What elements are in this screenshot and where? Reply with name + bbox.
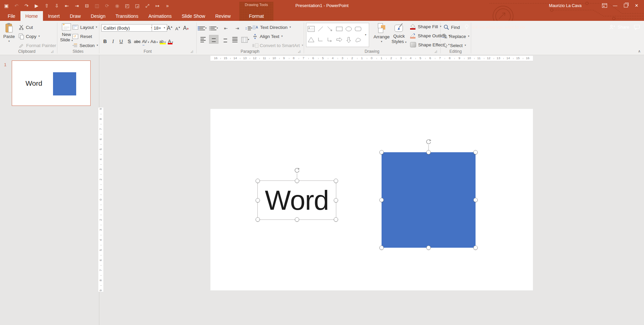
text-shadow-button[interactable]: S bbox=[126, 36, 133, 44]
shape-arrow[interactable] bbox=[326, 25, 334, 33]
select-button[interactable]: Select ▾ bbox=[444, 42, 466, 49]
more-commands-icon[interactable]: » bbox=[164, 3, 170, 8]
shape-rectangle[interactable] bbox=[335, 25, 344, 33]
tab-draw[interactable]: Draw bbox=[65, 11, 86, 21]
text-direction-button[interactable]: A Text Direction ▾ bbox=[252, 24, 291, 31]
resize-handle-ne[interactable] bbox=[474, 150, 478, 155]
touch-mouse-mode-icon[interactable]: ◉ bbox=[114, 3, 120, 8]
shape-fill-button[interactable]: Shape Fill ▾ bbox=[410, 23, 441, 30]
tab-slide-show[interactable]: Slide Show bbox=[177, 11, 210, 21]
next-slide-icon[interactable]: ⇥ bbox=[74, 3, 80, 8]
align-left-button[interactable] bbox=[199, 36, 207, 44]
replace-button[interactable]: ab ⮡ac Replace ▾ bbox=[442, 33, 469, 40]
decrease-indent-button[interactable]: ⇤ bbox=[221, 24, 230, 32]
paragraph-dialog-launcher[interactable]: ◿ bbox=[298, 50, 300, 53]
layout-button[interactable]: Layout ▾ bbox=[72, 24, 97, 31]
font-size-combo[interactable]: 18+ ▾ bbox=[152, 24, 167, 32]
resize-handle-e[interactable] bbox=[474, 198, 478, 202]
arrange-button[interactable]: Arrange ▾ bbox=[372, 23, 391, 43]
previous-slide-icon[interactable]: ⇤ bbox=[64, 3, 70, 8]
columns-button[interactable]: ▾ bbox=[241, 36, 250, 44]
resize-handle-n[interactable] bbox=[427, 150, 431, 155]
move-shape-down-icon[interactable]: ⇩ bbox=[54, 3, 60, 8]
share-button[interactable]: Share bbox=[609, 22, 629, 32]
shape-elbow-arrow-connector[interactable] bbox=[326, 35, 334, 44]
send-backward-icon[interactable]: ◲ bbox=[134, 3, 140, 8]
clipboard-dialog-launcher[interactable]: ◿ bbox=[51, 50, 53, 53]
minimize-button[interactable]: — bbox=[610, 0, 621, 11]
font-name-combo[interactable]: Calibri (Body) ▾ bbox=[101, 24, 154, 32]
align-text-button[interactable]: Align Text ▾ bbox=[252, 33, 283, 40]
shape-freeform[interactable] bbox=[354, 35, 362, 44]
ribbon-display-options-button[interactable] bbox=[599, 0, 610, 11]
line-spacing-button[interactable]: ↕ ▾ bbox=[244, 24, 253, 32]
find-button[interactable]: Find bbox=[444, 24, 460, 31]
new-slide-button[interactable]: New Slide ▾ bbox=[59, 23, 74, 42]
tab-design[interactable]: Design bbox=[86, 11, 111, 21]
resize-handle-sw[interactable] bbox=[380, 246, 384, 250]
rotate-handle[interactable] bbox=[294, 167, 300, 174]
shape-triangle[interactable] bbox=[307, 35, 315, 44]
resize-handle-w[interactable] bbox=[380, 198, 384, 202]
highlight-color-button[interactable]: ab ▾ bbox=[159, 36, 166, 44]
shape-text-box[interactable]: A bbox=[307, 25, 315, 33]
shape-line[interactable] bbox=[316, 25, 325, 33]
shape-down-block-arrow[interactable] bbox=[344, 35, 353, 44]
bold-button[interactable]: B bbox=[102, 36, 108, 44]
strikethrough-button[interactable]: abc bbox=[134, 36, 141, 44]
tab-transitions[interactable]: Transitions bbox=[110, 11, 143, 21]
resize-handle-s[interactable] bbox=[427, 246, 431, 250]
italic-button[interactable]: I bbox=[110, 36, 116, 44]
resize-handle-n[interactable] bbox=[295, 179, 299, 183]
shape-rounded-rectangle[interactable] bbox=[354, 25, 362, 33]
shape-oval[interactable] bbox=[344, 25, 353, 33]
numbering-button[interactable]: ▾ bbox=[210, 24, 219, 32]
drawing-dialog-launcher[interactable]: ◿ bbox=[435, 50, 437, 53]
paste-button[interactable]: Paste ▾ bbox=[2, 23, 16, 43]
resize-handle-nw[interactable] bbox=[380, 150, 384, 155]
resize-handle-w[interactable] bbox=[256, 198, 260, 202]
change-case-button[interactable]: Aa ▾ bbox=[150, 36, 158, 44]
decrease-font-size-button[interactable]: A▼ bbox=[175, 24, 181, 32]
font-color-button[interactable]: A ▾ bbox=[167, 36, 174, 44]
font-dialog-launcher[interactable]: ◿ bbox=[191, 50, 193, 53]
restore-button[interactable] bbox=[621, 0, 631, 11]
underline-button[interactable]: U bbox=[118, 36, 125, 44]
slide-thumbnail[interactable]: Word bbox=[12, 60, 91, 106]
increase-indent-button[interactable]: ⇥ bbox=[233, 24, 242, 32]
tab-file[interactable]: File bbox=[3, 11, 20, 21]
start-slideshow-icon[interactable]: ▶ bbox=[34, 3, 40, 8]
tab-animations[interactable]: Animations bbox=[143, 11, 177, 21]
character-spacing-button[interactable]: AV ↔ ▾ bbox=[142, 36, 149, 44]
tell-me-box[interactable]: Tell me what you want to do bbox=[464, 22, 525, 32]
tab-format[interactable]: Format bbox=[239, 13, 274, 19]
clear-formatting-button[interactable]: A⬥ bbox=[183, 24, 189, 32]
bring-forward-icon[interactable]: ◰ bbox=[124, 3, 130, 8]
fit-to-window-icon[interactable]: ⤢ bbox=[144, 3, 150, 8]
shape-right-block-arrow[interactable] bbox=[335, 35, 344, 44]
quick-styles-button[interactable]: Quick Styles ▾ bbox=[390, 23, 408, 44]
redo-icon[interactable]: ↷ bbox=[23, 3, 30, 8]
collapse-ribbon-button[interactable]: ∧ bbox=[638, 49, 641, 53]
resize-handle-e[interactable] bbox=[334, 198, 338, 202]
align-center-button[interactable] bbox=[209, 35, 218, 44]
play-from-current-icon[interactable]: ↦ bbox=[154, 3, 160, 8]
resize-handle-se[interactable] bbox=[334, 217, 338, 222]
tab-review[interactable]: Review bbox=[210, 11, 236, 21]
resize-handle-nw[interactable] bbox=[256, 179, 260, 183]
save-icon[interactable]: ▣ bbox=[3, 3, 9, 8]
shape-elbow-connector[interactable] bbox=[316, 35, 325, 44]
word-textbox[interactable]: Word bbox=[257, 180, 336, 220]
format-painter-button[interactable]: Format Painter bbox=[19, 42, 56, 49]
horizontal-ruler[interactable]: 1615141312111098765432101234567891011121… bbox=[210, 56, 533, 61]
align-right-button[interactable] bbox=[220, 36, 229, 44]
resize-handle-ne[interactable] bbox=[334, 179, 338, 183]
resize-handle-se[interactable] bbox=[474, 246, 478, 250]
slide-canvas[interactable]: Word bbox=[210, 109, 533, 290]
tab-insert[interactable]: Insert bbox=[43, 11, 65, 21]
bullets-button[interactable]: ▾ bbox=[199, 24, 207, 32]
resize-handle-sw[interactable] bbox=[256, 217, 260, 222]
justify-button[interactable] bbox=[231, 36, 239, 44]
shape-gallery-more-button[interactable]: ▾ bbox=[362, 23, 369, 47]
align-objects-icon[interactable]: ⊟ bbox=[84, 3, 90, 8]
